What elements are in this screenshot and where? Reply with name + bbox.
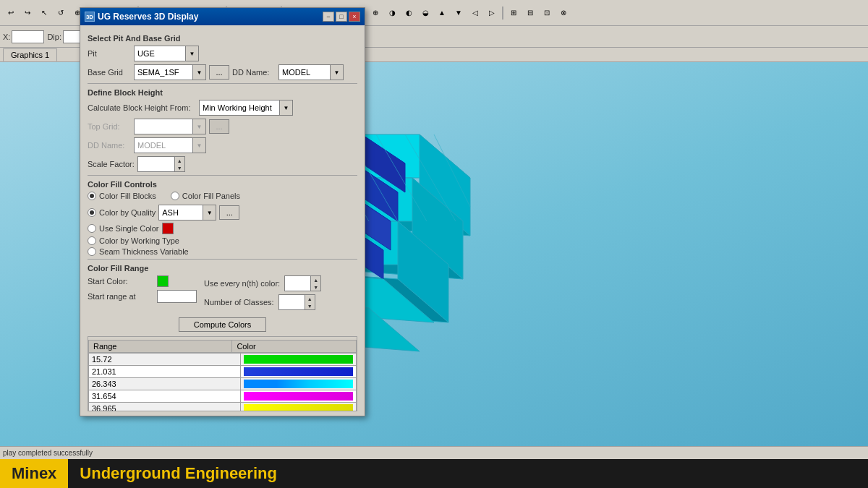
toolbar-btn-24[interactable]: ⊗ xyxy=(556,5,571,21)
block-dd-arrow: ▼ xyxy=(192,138,205,153)
toolbar-btn-21[interactable]: ⊞ xyxy=(506,5,522,21)
radio-single-label: Use Single Color xyxy=(99,224,159,233)
radio-blocks[interactable] xyxy=(88,192,96,200)
num-classes-row: Number of Classes: 5 ▲ ▼ xyxy=(204,294,357,310)
num-classes-up[interactable]: ▲ xyxy=(305,295,315,302)
use-every-label: Use every n(th) color: xyxy=(204,279,280,288)
toolbar-btn-15[interactable]: ◐ xyxy=(401,5,417,21)
table-row: 36.965 xyxy=(89,403,357,411)
radio-seam[interactable] xyxy=(88,247,96,256)
pit-select-value: UGE xyxy=(135,46,185,61)
table-row: 31.654 xyxy=(89,390,357,403)
radio-panels-label: Color Fill Panels xyxy=(182,192,240,200)
num-classes-spinner[interactable]: 5 ▲ ▼ xyxy=(278,294,315,310)
dialog-window-controls: − □ × xyxy=(323,12,360,22)
toolbar-btn-23[interactable]: ⊡ xyxy=(539,5,555,21)
toolbar-btn-16[interactable]: ◒ xyxy=(417,5,433,21)
scale-spinner-btns: ▲ ▼ xyxy=(174,157,184,171)
toolbar-btn-19[interactable]: ◁ xyxy=(467,5,483,21)
toolbar-btn-arrow[interactable]: ↩ xyxy=(3,5,19,21)
tab-graphics1[interactable]: Graphics 1 xyxy=(3,48,57,61)
dialog-titlebar: 3D UG Reserves 3D Display − □ × xyxy=(80,8,365,25)
table-row: 15.72 xyxy=(89,354,357,366)
radio-single[interactable] xyxy=(88,224,96,233)
compute-colors-btn[interactable]: Compute Colors xyxy=(179,317,266,332)
toolbar-btn-14[interactable]: ◑ xyxy=(384,5,400,21)
use-every-up[interactable]: ▲ xyxy=(311,276,320,283)
quality-select[interactable]: ASH ▼ xyxy=(158,205,216,221)
x-input[interactable]: 323 xyxy=(12,30,44,43)
top-grid-arrow: ▼ xyxy=(192,119,205,134)
range-cell: 26.343 xyxy=(89,378,241,390)
dialog-body: Select Pit And Base Grid Pit UGE ▼ Base … xyxy=(80,25,365,416)
color-cell xyxy=(241,378,357,390)
scale-input[interactable]: 1 xyxy=(138,157,174,171)
use-every-spinner[interactable]: 1 ▲ ▼ xyxy=(284,275,321,291)
color-table-scroll[interactable]: 15.7221.03126.34331.65436.965 xyxy=(88,353,357,411)
divider3 xyxy=(88,259,357,260)
section-header-colorrange: Color Fill Range xyxy=(88,264,357,273)
pit-select[interactable]: UGE ▼ xyxy=(134,46,199,61)
scale-label: Scale Factor: xyxy=(88,160,135,168)
scale-down-btn[interactable]: ▼ xyxy=(175,164,184,171)
calc-select[interactable]: Min Working Height ▼ xyxy=(199,100,293,116)
sep4 xyxy=(502,7,503,20)
base-grid-browse-btn[interactable]: ... xyxy=(209,65,229,80)
base-grid-label: Base Grid xyxy=(88,68,131,77)
range-cell: 36.965 xyxy=(89,403,241,411)
radio-working[interactable] xyxy=(88,236,96,245)
block-dd-value: MODEL xyxy=(135,138,192,153)
toolbar-btn-13[interactable]: ⊕ xyxy=(367,5,383,21)
use-every-down[interactable]: ▼ xyxy=(311,283,320,291)
toolbar-btn-rotate[interactable]: ↺ xyxy=(53,5,69,21)
top-grid-label: Top Grid: xyxy=(88,122,131,131)
num-classes-label: Number of Classes: xyxy=(204,298,274,307)
radio-quality[interactable] xyxy=(88,208,96,217)
dd-name-select[interactable]: MODEL ▼ xyxy=(278,64,344,80)
status-text: play completed successfully xyxy=(3,449,93,457)
start-color-swatch[interactable] xyxy=(157,275,169,287)
dd-name-arrow[interactable]: ▼ xyxy=(330,65,343,80)
radio-panels[interactable] xyxy=(171,192,179,200)
toolbar-btn-20[interactable]: ▷ xyxy=(484,5,500,21)
start-range-input[interactable]: 15.72 xyxy=(157,290,197,303)
range-cell: 31.654 xyxy=(89,390,241,403)
single-color-swatch[interactable] xyxy=(162,223,174,234)
radio-blocks-wrapper: Color Fill Blocks xyxy=(88,192,156,200)
color-table: Range Color xyxy=(88,340,357,353)
bottom-banner: Minex Underground Engineering xyxy=(0,459,868,488)
color-cell xyxy=(241,354,357,366)
pit-select-arrow[interactable]: ▼ xyxy=(185,46,198,61)
num-classes-down[interactable]: ▼ xyxy=(305,302,315,309)
base-grid-select[interactable]: SEMA_1SF ▼ xyxy=(134,64,206,80)
block-dd-label: DD Name: xyxy=(88,141,131,150)
toolbar-btn-18[interactable]: ▼ xyxy=(451,5,467,21)
top-grid-row: Top Grid: ▼ ... xyxy=(88,119,357,134)
dialog-maximize-btn[interactable]: □ xyxy=(336,12,347,22)
status-bar: play completed successfully xyxy=(0,446,868,459)
toolbar-btn-pointer[interactable]: ↖ xyxy=(36,5,52,21)
quality-arrow[interactable]: ▼ xyxy=(203,205,216,220)
toolbar-btn-22[interactable]: ⊟ xyxy=(522,5,538,21)
dialog-minimize-btn[interactable]: − xyxy=(323,12,334,22)
dialog-close-btn[interactable]: × xyxy=(349,12,360,22)
range-right: Use every n(th) color: 1 ▲ ▼ Number of C… xyxy=(204,275,357,313)
toolbar-btn-redo[interactable]: ↪ xyxy=(20,5,35,21)
table-row: 21.031 xyxy=(89,366,357,378)
scale-spinner[interactable]: 1 ▲ ▼ xyxy=(137,156,185,172)
color-quality-row: Color by Quality ASH ▼ ... xyxy=(88,205,357,221)
base-grid-arrow[interactable]: ▼ xyxy=(192,65,205,80)
scale-up-btn[interactable]: ▲ xyxy=(175,157,184,164)
base-grid-row: Base Grid SEMA_1SF ▼ ... DD Name: MODEL … xyxy=(88,64,357,80)
calc-arrow[interactable]: ▼ xyxy=(279,100,292,115)
num-classes-input[interactable]: 5 xyxy=(279,295,305,309)
dd-name-label: DD Name: xyxy=(232,68,276,77)
toolbar-btn-17[interactable]: ▲ xyxy=(434,5,450,21)
dialog-title-icon: 3D xyxy=(85,12,95,22)
divider1 xyxy=(88,83,357,84)
dd-name-value: MODEL xyxy=(279,65,330,80)
quality-browse-btn[interactable]: ... xyxy=(219,205,239,220)
start-range-row: Start range at 15.72 xyxy=(88,290,197,303)
quality-value: ASH xyxy=(159,205,203,220)
use-every-input[interactable]: 1 xyxy=(285,276,310,291)
